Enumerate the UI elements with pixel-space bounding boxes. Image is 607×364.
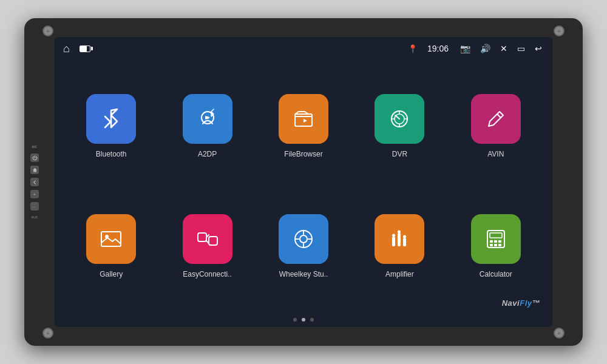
home-icon[interactable]: ⌂ xyxy=(63,42,70,55)
calculator-icon xyxy=(471,214,521,264)
wheelkey-icon xyxy=(279,214,328,264)
app-dvr[interactable]: DVR xyxy=(351,66,447,186)
svg-rect-21 xyxy=(490,240,493,243)
power-button[interactable] xyxy=(30,153,39,162)
filebrowser-icon xyxy=(279,94,328,144)
battery-icon xyxy=(80,46,90,52)
app-gallery[interactable]: Gallery xyxy=(63,186,159,306)
pagination-dots xyxy=(55,312,552,327)
app-wheelkey[interactable]: Wheelkey Stu.. xyxy=(256,186,351,306)
app-amplifier[interactable]: Amplifier xyxy=(351,186,447,306)
brand-logo: NaviFly™ xyxy=(502,298,540,308)
svg-rect-25 xyxy=(494,244,497,246)
dot-2 xyxy=(302,318,305,322)
app-filebrowser[interactable]: FileBrowser xyxy=(256,66,351,186)
svg-point-16 xyxy=(392,234,395,237)
screw-tr xyxy=(554,25,565,36)
a2dp-label: A2DP xyxy=(198,150,217,158)
home-side-button[interactable] xyxy=(30,166,39,174)
dvr-icon xyxy=(375,94,424,144)
side-controls: MIC + - AUX xyxy=(30,145,39,219)
svg-point-18 xyxy=(403,235,406,238)
back-icon[interactable]: ↩ xyxy=(535,44,542,53)
camera-icon[interactable]: 📷 xyxy=(460,44,470,53)
screen-icon[interactable]: ▭ xyxy=(517,44,525,53)
avin-label: AVIN xyxy=(487,150,504,158)
amplifier-label: Amplifier xyxy=(385,270,414,278)
svg-rect-22 xyxy=(494,240,497,243)
svg-rect-9 xyxy=(198,233,206,241)
dot-3 xyxy=(310,318,314,322)
gallery-label: Gallery xyxy=(100,270,123,278)
bluetooth-icon xyxy=(86,94,136,144)
car-head-unit: MIC + - AUX ⌂ 📍 19 xyxy=(24,18,583,346)
a2dp-icon xyxy=(183,94,232,144)
svg-rect-20 xyxy=(490,233,502,238)
svg-rect-7 xyxy=(101,232,121,246)
svg-point-3 xyxy=(206,116,209,120)
app-easyconnect[interactable]: EasyConnecti.. xyxy=(159,186,255,306)
filebrowser-label: FileBrowser xyxy=(284,150,322,158)
vol-up-button[interactable]: + xyxy=(30,190,39,198)
app-avin[interactable]: AVIN xyxy=(448,66,544,186)
svg-rect-24 xyxy=(490,244,493,246)
svg-text:-: - xyxy=(33,204,35,209)
status-time: 19:06 xyxy=(427,44,449,53)
screen: ⌂ 📍 19:06 📷 🔊 ✕ ▭ ↩ xyxy=(55,37,552,327)
dot-1 xyxy=(293,318,297,322)
svg-point-17 xyxy=(398,231,401,234)
app-a2dp[interactable]: A2DP xyxy=(159,66,255,186)
app-bluetooth[interactable]: Bluetooth xyxy=(63,66,159,186)
svg-rect-10 xyxy=(209,237,217,245)
app-calculator[interactable]: Calculator xyxy=(448,186,544,306)
volume-icon[interactable]: 🔊 xyxy=(480,44,490,53)
bluetooth-label: Bluetooth xyxy=(96,150,127,158)
aux-label: AUX xyxy=(32,215,38,219)
close-icon[interactable]: ✕ xyxy=(500,44,507,53)
avin-icon xyxy=(471,94,521,144)
svg-rect-14 xyxy=(398,233,401,246)
gallery-icon xyxy=(86,214,136,264)
svg-text:+: + xyxy=(33,192,35,197)
mic-label: MIC xyxy=(32,145,37,149)
screw-br xyxy=(554,328,565,339)
amplifier-icon xyxy=(375,214,424,264)
svg-point-12 xyxy=(300,235,307,243)
app-grid: Bluetooth A2DP xyxy=(55,60,552,312)
calculator-label: Calculator xyxy=(480,270,512,278)
screw-tl xyxy=(42,25,53,36)
easyconnect-icon xyxy=(183,214,232,264)
back-side-button[interactable] xyxy=(30,178,39,186)
svg-rect-15 xyxy=(403,238,406,246)
vol-down-button[interactable]: - xyxy=(30,202,39,211)
svg-rect-26 xyxy=(498,244,501,246)
screw-bl xyxy=(42,328,53,339)
wheelkey-label: Wheelkey Stu.. xyxy=(279,270,328,278)
svg-rect-13 xyxy=(392,237,395,246)
location-icon: 📍 xyxy=(408,44,418,53)
easyconnect-label: EasyConnecti.. xyxy=(183,270,232,278)
svg-rect-23 xyxy=(498,240,501,243)
status-bar: ⌂ 📍 19:06 📷 🔊 ✕ ▭ ↩ xyxy=(55,37,552,60)
dvr-label: DVR xyxy=(392,150,407,158)
